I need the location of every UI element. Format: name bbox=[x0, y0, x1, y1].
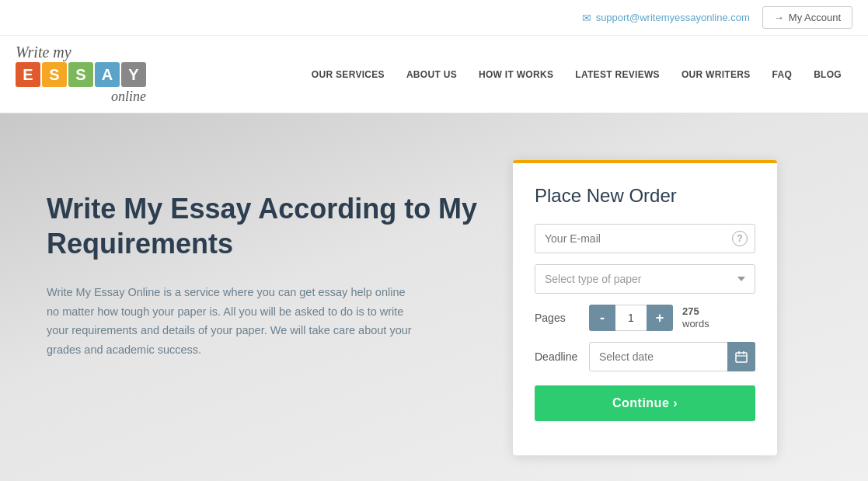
header-top: ✉ support@writemyessayonline.com → My Ac… bbox=[0, 0, 868, 36]
nav-item-our-services[interactable]: OUR SERVICES bbox=[301, 47, 396, 102]
my-account-button[interactable]: → My Account bbox=[762, 6, 852, 29]
deadline-row: Deadline bbox=[535, 342, 755, 371]
nav-item-about-us[interactable]: ABOUT US bbox=[396, 47, 468, 102]
order-form-card: Place New Order ? Select type of paper E… bbox=[513, 160, 777, 455]
deadline-label: Deadline bbox=[535, 350, 589, 363]
logo-top-text: Write my bbox=[16, 44, 146, 61]
email-input-wrap: ? bbox=[535, 224, 755, 253]
order-form-title: Place New Order bbox=[535, 185, 755, 207]
nav-item-faq[interactable]: FAQ bbox=[762, 47, 804, 102]
email-help-icon[interactable]: ? bbox=[732, 231, 748, 246]
logo-letter-s1: S bbox=[42, 62, 67, 87]
pages-count: 1 bbox=[615, 305, 647, 331]
words-count: 275 bbox=[682, 305, 709, 318]
logo-letters: E S S A Y bbox=[16, 62, 146, 87]
hero-title: Write My Essay According to My Requireme… bbox=[47, 191, 482, 261]
pages-increment-button[interactable]: + bbox=[647, 305, 673, 331]
email-icon: ✉ bbox=[582, 12, 591, 24]
email-input[interactable] bbox=[535, 224, 755, 253]
words-text: words bbox=[682, 318, 709, 329]
main-nav: OUR SERVICES ABOUT US HOW IT WORKS LATES… bbox=[301, 47, 852, 102]
hero-description-text: Write My Essay Online is a service where… bbox=[47, 286, 412, 356]
deadline-input-wrap bbox=[589, 342, 755, 371]
logo-letter-y: Y bbox=[121, 62, 146, 87]
logo: Write my E S S A Y online bbox=[16, 36, 146, 113]
pages-controls: - 1 + bbox=[589, 305, 673, 331]
logo-letter-a: A bbox=[95, 62, 120, 87]
paper-type-group: Select type of paper Essay Research Pape… bbox=[535, 264, 755, 294]
nav-item-latest-reviews[interactable]: LATEST REVIEWS bbox=[564, 47, 671, 102]
nav-item-our-writers[interactable]: OUR WRITERS bbox=[671, 47, 762, 102]
continue-button[interactable]: Continue › bbox=[535, 385, 755, 421]
hero-description: Write My Essay Online is a service where… bbox=[47, 283, 420, 360]
header: ✉ support@writemyessayonline.com → My Ac… bbox=[0, 0, 868, 113]
words-label: 275 words bbox=[682, 305, 709, 329]
logo-bottom-text: online bbox=[16, 89, 146, 105]
support-email-text: support@writemyessayonline.com bbox=[596, 12, 750, 23]
paper-type-select[interactable]: Select type of paper Essay Research Pape… bbox=[535, 264, 755, 294]
main-content: Write My Essay According to My Requireme… bbox=[0, 113, 868, 481]
nav-item-blog[interactable]: BLOG bbox=[803, 47, 852, 102]
email-field-group: ? bbox=[535, 224, 755, 253]
support-email-link[interactable]: ✉ support@writemyessayonline.com bbox=[582, 12, 750, 24]
calendar-icon[interactable] bbox=[727, 342, 755, 371]
logo-letter-s2: S bbox=[68, 62, 93, 87]
pages-row: Pages - 1 + 275 words bbox=[535, 305, 755, 331]
svg-rect-0 bbox=[736, 353, 747, 362]
pages-label: Pages bbox=[535, 312, 589, 324]
header-bottom: Write my E S S A Y online OUR SERVICES A… bbox=[0, 36, 868, 113]
pages-decrement-button[interactable]: - bbox=[589, 305, 615, 331]
nav-item-how-it-works[interactable]: HOW IT WORKS bbox=[468, 47, 564, 102]
signin-icon: → bbox=[774, 12, 784, 23]
hero-section: Write My Essay According to My Requireme… bbox=[47, 160, 482, 455]
my-account-label: My Account bbox=[789, 12, 841, 23]
logo-letter-e: E bbox=[16, 62, 40, 87]
